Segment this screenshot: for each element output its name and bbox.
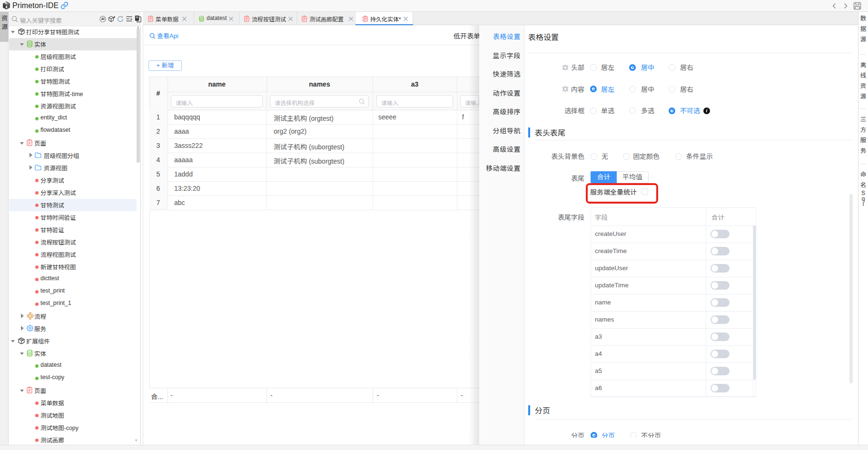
svg-text:AI: AI (101, 17, 105, 20)
